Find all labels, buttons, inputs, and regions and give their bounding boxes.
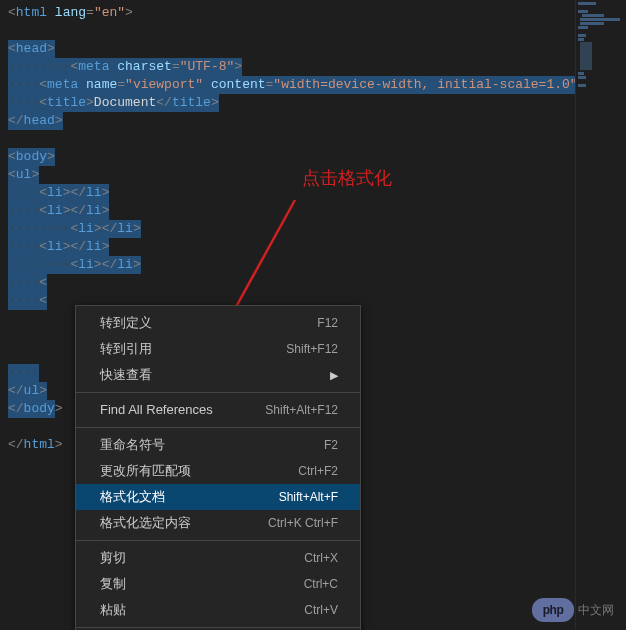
menu-format-document[interactable]: 格式化文档 Shift+Alt+F (76, 484, 360, 510)
menu-label: 剪切 (100, 549, 126, 567)
menu-shortcut: Shift+F12 (286, 340, 338, 358)
tag-bracket: < (8, 5, 16, 20)
context-menu: 转到定义 F12 转到引用 Shift+F12 快速查看 ▶ Find All … (75, 305, 361, 630)
menu-label: 转到定义 (100, 314, 152, 332)
chevron-right-icon: ▶ (330, 366, 338, 384)
menu-goto-definition[interactable]: 转到定义 F12 (76, 310, 360, 336)
attr-value: "en" (94, 5, 125, 20)
menu-separator (76, 627, 360, 628)
watermark: php 中文网 (532, 598, 614, 622)
menu-label: 快速查看 (100, 366, 152, 384)
menu-paste[interactable]: 粘贴 Ctrl+V (76, 597, 360, 623)
menu-shortcut: Ctrl+X (304, 549, 338, 567)
menu-label: 重命名符号 (100, 436, 165, 454)
menu-label: 粘贴 (100, 601, 126, 619)
menu-shortcut: Ctrl+F2 (298, 462, 338, 480)
menu-separator (76, 540, 360, 541)
menu-shortcut: Ctrl+V (304, 601, 338, 619)
menu-shortcut: F2 (324, 436, 338, 454)
menu-change-occurrences[interactable]: 更改所有匹配项 Ctrl+F2 (76, 458, 360, 484)
menu-copy[interactable]: 复制 Ctrl+C (76, 571, 360, 597)
php-logo-icon: php (532, 598, 574, 622)
menu-find-references[interactable]: Find All References Shift+Alt+F12 (76, 397, 360, 423)
tag-name: html (16, 5, 47, 20)
menu-shortcut: F12 (317, 314, 338, 332)
menu-goto-references[interactable]: 转到引用 Shift+F12 (76, 336, 360, 362)
menu-label: Find All References (100, 401, 213, 419)
menu-shortcut: Ctrl+C (304, 575, 338, 593)
menu-label: 格式化选定内容 (100, 514, 191, 532)
menu-rename-symbol[interactable]: 重命名符号 F2 (76, 432, 360, 458)
menu-cut[interactable]: 剪切 Ctrl+X (76, 545, 360, 571)
menu-label: 转到引用 (100, 340, 152, 358)
menu-separator (76, 427, 360, 428)
menu-shortcut: Ctrl+K Ctrl+F (268, 514, 338, 532)
watermark-text: 中文网 (578, 602, 614, 619)
menu-shortcut: Shift+Alt+F (279, 488, 338, 506)
menu-shortcut: Shift+Alt+F12 (265, 401, 338, 419)
minimap[interactable] (575, 0, 626, 630)
menu-peek[interactable]: 快速查看 ▶ (76, 362, 360, 388)
attr-name: lang (55, 5, 86, 20)
annotation-text: 点击格式化 (302, 166, 392, 190)
menu-format-selection[interactable]: 格式化选定内容 Ctrl+K Ctrl+F (76, 510, 360, 536)
menu-separator (76, 392, 360, 393)
menu-label: 复制 (100, 575, 126, 593)
menu-label: 更改所有匹配项 (100, 462, 191, 480)
menu-label: 格式化文档 (100, 488, 165, 506)
